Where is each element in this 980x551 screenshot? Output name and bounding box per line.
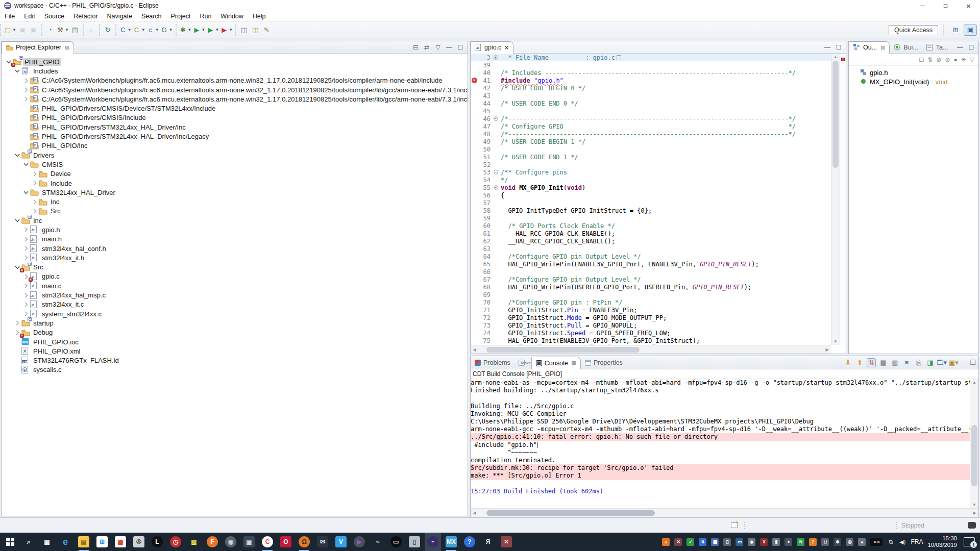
- code-line[interactable]: 75 HAL_GPIO_Init(ENABLE3V_GPIO_Port, &GP…: [471, 337, 831, 344]
- tray-usb-icon[interactable]: ⊔: [821, 538, 829, 546]
- code-line[interactable]: 40/* Includes --------------------------…: [471, 69, 831, 77]
- code-line[interactable]: 54*/: [471, 176, 831, 184]
- code-line[interactable]: 59: [471, 214, 831, 222]
- pin-console-icon[interactable]: ◨: [925, 358, 935, 367]
- hide-static-icon[interactable]: ⊘: [945, 56, 950, 63]
- tree-item[interactable]: Include: [2, 179, 468, 188]
- tray-remote-icon[interactable]: ▯: [723, 538, 731, 546]
- tree-item[interactable]: MXPHIL_GPIO.ioc: [2, 337, 468, 346]
- code-line[interactable]: 66: [471, 268, 831, 276]
- show-blame-icon[interactable]: ▥: [890, 358, 899, 367]
- tree-item[interactable]: Cstartup: [2, 318, 468, 328]
- menu-refactor[interactable]: Refactor: [69, 12, 102, 21]
- minimize-editor-icon[interactable]: —: [823, 44, 831, 51]
- tree-item[interactable]: .csystem_stm32l4xx.c: [2, 309, 468, 318]
- taskbar-chrome-icon[interactable]: C: [259, 533, 276, 551]
- console-horizontal-scrollbar[interactable]: ◀ ▶: [471, 508, 978, 517]
- open-console-icon[interactable]: ▣▾: [949, 358, 958, 367]
- tray-two-app-icon[interactable]: 2: [809, 538, 817, 546]
- tray-disc-icon[interactable]: ◎: [846, 538, 853, 546]
- taskbar-search-icon[interactable]: ⌕: [20, 533, 37, 551]
- hide-nonpublic-icon[interactable]: ●: [953, 56, 957, 63]
- code-line[interactable]: 74 GPIO_InitStruct.Speed = GPIO_SPEED_FR…: [471, 329, 831, 337]
- tab-outline-0[interactable]: Ou...⊠: [849, 41, 890, 54]
- code-line[interactable]: 3+ * File Name : gpio.c: [471, 54, 831, 61]
- outline-item[interactable]: MX_GPIO_Init(void) : void: [849, 77, 978, 86]
- editor-tab-gpio-c[interactable]: .c gpio.c ✕: [471, 41, 513, 54]
- outline-sort-icon[interactable]: ⇅: [927, 56, 933, 63]
- tray-volume-icon[interactable]: ◀⟩: [899, 538, 906, 546]
- open-perspective-icon[interactable]: ⊞: [949, 24, 962, 36]
- error-overview-marker[interactable]: [841, 58, 845, 61]
- minimize-console-icon[interactable]: —: [961, 359, 967, 366]
- tab-properties[interactable]: Properties: [581, 357, 627, 369]
- code-line[interactable]: 70 /*Configure GPIO pin : PtPin */: [471, 298, 831, 306]
- tree-item[interactable]: LDSTM32L476RGTx_FLASH.ld: [2, 356, 468, 365]
- build-hammer-icon[interactable]: ⚒▼: [56, 24, 69, 36]
- error-marker-icon[interactable]: ×: [472, 78, 477, 83]
- new-c-file-icon[interactable]: c▼: [146, 24, 159, 36]
- taskbar-store-icon[interactable]: ⊞: [94, 533, 110, 551]
- taskbar-clock-app-icon[interactable]: ◷: [167, 533, 184, 551]
- taskbar-paint-icon[interactable]: ▧: [186, 533, 202, 551]
- save-all-icon[interactable]: ▣: [29, 24, 39, 36]
- taskbar-fax-scan-icon[interactable]: ✇: [131, 533, 147, 551]
- project-tree[interactable]: C×PHIL_GPIOhIncludeshC:/Ac6/SystemWorkbe…: [2, 54, 468, 516]
- minimize-view-icon[interactable]: —: [956, 44, 964, 51]
- taskbar-headset-icon[interactable]: Ω: [296, 533, 312, 551]
- menu-help[interactable]: Help: [248, 12, 271, 21]
- tree-item[interactable]: .hmain.h: [2, 235, 468, 244]
- tree-item[interactable]: XPHIL_GPIO.xml: [2, 346, 468, 356]
- code-line[interactable]: 64 /*Configure GPIO pin Output Level */: [471, 253, 831, 260]
- taskbar-opera-icon[interactable]: O: [278, 533, 294, 551]
- code-line[interactable]: 73 GPIO_InitStruct.Pull = GPIO_NOPULL;: [471, 321, 831, 329]
- editor-hscroll-thumb[interactable]: [486, 347, 640, 353]
- refresh-index-icon[interactable]: ↻: [103, 24, 113, 36]
- scroll-lock-up-icon[interactable]: ⬆: [855, 358, 864, 367]
- code-line[interactable]: 61 __HAL_RCC_GPIOA_CLK_ENABLE();: [471, 230, 831, 237]
- minimize-view-icon[interactable]: —: [445, 44, 453, 51]
- menu-window[interactable]: Window: [216, 12, 248, 21]
- tray-network-mon-icon[interactable]: N: [797, 538, 804, 546]
- editor-horizontal-scrollbar[interactable]: ◀ ▶: [471, 345, 831, 354]
- tab-problems[interactable]: Problems: [471, 357, 514, 369]
- tree-item[interactable]: C×Src: [2, 263, 468, 272]
- taskbar-player-icon[interactable]: ◉: [223, 533, 239, 551]
- tree-item[interactable]: ×Debug: [2, 328, 468, 337]
- taskbar-task-view-icon[interactable]: ▦: [39, 533, 55, 551]
- code-line[interactable]: 55−void MX_GPIO_Init(void): [471, 184, 831, 191]
- tab-tasks[interactable]: Tasks: [514, 357, 531, 369]
- build-status-icon[interactable]: [731, 522, 738, 528]
- tree-item[interactable]: hC:/Ac6/SystemWorkbench/plugins/fr.ac6.m…: [2, 94, 468, 104]
- display-console-icon[interactable]: 🗔▾: [937, 358, 946, 367]
- new-c-project-icon[interactable]: C▼: [119, 24, 132, 36]
- tray-defender-icon[interactable]: ✓: [687, 538, 694, 546]
- tree-item[interactable]: hIncludes: [2, 66, 468, 76]
- menu-file[interactable]: File: [0, 12, 19, 21]
- code-line[interactable]: 71 GPIO_InitStruct.Pin = ENABLE3V_Pin;: [471, 306, 831, 314]
- code-line[interactable]: 44/* USER CODE END 0 */: [471, 99, 831, 107]
- fold-minus-icon[interactable]: −: [494, 116, 498, 121]
- tree-item[interactable]: C×PHIL_GPIO: [2, 57, 468, 66]
- editor-vertical-scrollbar[interactable]: ▲ ▼: [831, 54, 840, 345]
- taskbar-contacts-icon[interactable]: Я: [480, 533, 496, 551]
- console-output[interactable]: arm-none-eabi-as -mcpu=cortex-m4 -mthumb…: [471, 379, 970, 508]
- tree-item[interactable]: Src: [2, 207, 468, 216]
- maximize-console-icon[interactable]: ☐: [970, 359, 976, 366]
- code-line[interactable]: 47/* Configure GPIO */: [471, 122, 831, 130]
- taskbar-firefox-icon[interactable]: F: [204, 533, 220, 551]
- copy-console-icon[interactable]: ⎘: [914, 358, 923, 367]
- run-history-icon[interactable]: ▶▼: [206, 24, 219, 36]
- activate-on-output-icon[interactable]: ⇅: [867, 358, 876, 367]
- tree-item[interactable]: hC:/Ac6/SystemWorkbench/plugins/fr.ac6.m…: [2, 85, 468, 94]
- taskbar-start-icon[interactable]: [2, 533, 18, 551]
- code-line[interactable]: 58 GPIO_InitTypeDef GPIO_InitStruct = {0…: [471, 207, 831, 214]
- menu-search[interactable]: Search: [137, 12, 166, 21]
- code-line[interactable]: 53−/** Configure pins: [471, 168, 831, 176]
- tray-power-bolt-icon[interactable]: ↯: [699, 538, 706, 546]
- outline-menu-icon[interactable]: ▽: [970, 56, 974, 63]
- view-menu-icon[interactable]: ▽: [434, 44, 442, 51]
- taskbar-mail-icon[interactable]: ✉: [314, 533, 331, 551]
- tab-outline-1[interactable]: Bui...: [890, 41, 922, 54]
- taskbar-eclipse-icon[interactable]: ◓: [425, 533, 441, 551]
